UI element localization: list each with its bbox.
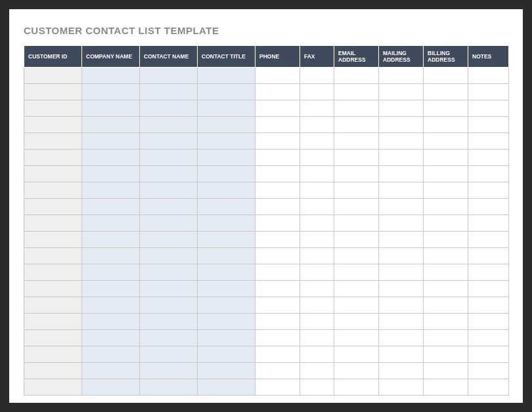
table-cell[interactable]: [140, 363, 198, 379]
table-cell[interactable]: [198, 346, 255, 363]
table-cell[interactable]: [198, 264, 255, 281]
table-cell[interactable]: [300, 232, 334, 248]
table-cell[interactable]: [468, 150, 509, 166]
table-cell[interactable]: [82, 84, 140, 100]
table-cell[interactable]: [140, 281, 198, 297]
table-cell[interactable]: [24, 133, 82, 150]
table-cell[interactable]: [198, 199, 255, 215]
table-cell[interactable]: [379, 117, 424, 133]
table-cell[interactable]: [255, 133, 300, 150]
table-cell[interactable]: [468, 182, 509, 199]
table-cell[interactable]: [300, 117, 334, 133]
table-cell[interactable]: [140, 166, 198, 182]
table-cell[interactable]: [24, 379, 82, 396]
table-cell[interactable]: [379, 232, 424, 248]
table-cell[interactable]: [300, 379, 334, 396]
table-cell[interactable]: [24, 281, 82, 297]
table-cell[interactable]: [82, 68, 140, 84]
table-cell[interactable]: [334, 281, 379, 297]
table-cell[interactable]: [24, 68, 82, 84]
table-cell[interactable]: [198, 84, 255, 100]
table-cell[interactable]: [468, 297, 509, 314]
table-cell[interactable]: [24, 117, 82, 133]
table-cell[interactable]: [424, 68, 468, 84]
table-cell[interactable]: [140, 182, 198, 199]
table-cell[interactable]: [424, 199, 468, 215]
table-cell[interactable]: [334, 117, 379, 133]
table-cell[interactable]: [140, 84, 198, 100]
table-cell[interactable]: [140, 314, 198, 330]
table-cell[interactable]: [334, 215, 379, 232]
table-cell[interactable]: [140, 150, 198, 166]
table-cell[interactable]: [424, 379, 468, 396]
table-cell[interactable]: [255, 232, 300, 248]
table-cell[interactable]: [140, 133, 198, 150]
table-cell[interactable]: [468, 199, 509, 215]
table-cell[interactable]: [255, 330, 300, 346]
table-cell[interactable]: [82, 281, 140, 297]
table-cell[interactable]: [424, 281, 468, 297]
table-cell[interactable]: [82, 346, 140, 363]
table-cell[interactable]: [424, 363, 468, 379]
table-cell[interactable]: [424, 133, 468, 150]
table-cell[interactable]: [424, 84, 468, 100]
table-cell[interactable]: [82, 379, 140, 396]
table-cell[interactable]: [24, 232, 82, 248]
table-cell[interactable]: [198, 166, 255, 182]
table-cell[interactable]: [24, 100, 82, 117]
table-cell[interactable]: [255, 379, 300, 396]
table-cell[interactable]: [255, 314, 300, 330]
table-cell[interactable]: [140, 330, 198, 346]
table-cell[interactable]: [334, 68, 379, 84]
table-cell[interactable]: [82, 133, 140, 150]
table-cell[interactable]: [300, 363, 334, 379]
table-cell[interactable]: [468, 330, 509, 346]
table-cell[interactable]: [379, 199, 424, 215]
table-cell[interactable]: [424, 330, 468, 346]
table-cell[interactable]: [468, 117, 509, 133]
table-cell[interactable]: [379, 84, 424, 100]
table-cell[interactable]: [255, 346, 300, 363]
table-cell[interactable]: [468, 346, 509, 363]
table-cell[interactable]: [255, 182, 300, 199]
table-cell[interactable]: [140, 232, 198, 248]
table-cell[interactable]: [140, 346, 198, 363]
table-cell[interactable]: [379, 248, 424, 264]
table-cell[interactable]: [300, 281, 334, 297]
table-cell[interactable]: [300, 330, 334, 346]
table-cell[interactable]: [140, 68, 198, 84]
table-cell[interactable]: [198, 281, 255, 297]
table-cell[interactable]: [424, 182, 468, 199]
table-cell[interactable]: [424, 100, 468, 117]
table-cell[interactable]: [198, 314, 255, 330]
table-cell[interactable]: [468, 166, 509, 182]
table-cell[interactable]: [379, 150, 424, 166]
table-cell[interactable]: [300, 346, 334, 363]
table-cell[interactable]: [300, 166, 334, 182]
table-cell[interactable]: [334, 314, 379, 330]
table-cell[interactable]: [424, 346, 468, 363]
table-cell[interactable]: [82, 182, 140, 199]
table-cell[interactable]: [82, 117, 140, 133]
table-cell[interactable]: [424, 248, 468, 264]
table-cell[interactable]: [255, 363, 300, 379]
table-cell[interactable]: [379, 264, 424, 281]
table-cell[interactable]: [82, 199, 140, 215]
table-cell[interactable]: [140, 248, 198, 264]
table-cell[interactable]: [334, 264, 379, 281]
table-cell[interactable]: [379, 363, 424, 379]
table-cell[interactable]: [140, 215, 198, 232]
table-cell[interactable]: [300, 199, 334, 215]
table-cell[interactable]: [424, 314, 468, 330]
table-cell[interactable]: [468, 133, 509, 150]
table-cell[interactable]: [334, 297, 379, 314]
table-cell[interactable]: [198, 100, 255, 117]
table-cell[interactable]: [255, 117, 300, 133]
table-cell[interactable]: [82, 264, 140, 281]
table-cell[interactable]: [140, 199, 198, 215]
table-cell[interactable]: [198, 379, 255, 396]
table-cell[interactable]: [468, 281, 509, 297]
table-cell[interactable]: [198, 232, 255, 248]
table-cell[interactable]: [255, 68, 300, 84]
table-cell[interactable]: [140, 379, 198, 396]
